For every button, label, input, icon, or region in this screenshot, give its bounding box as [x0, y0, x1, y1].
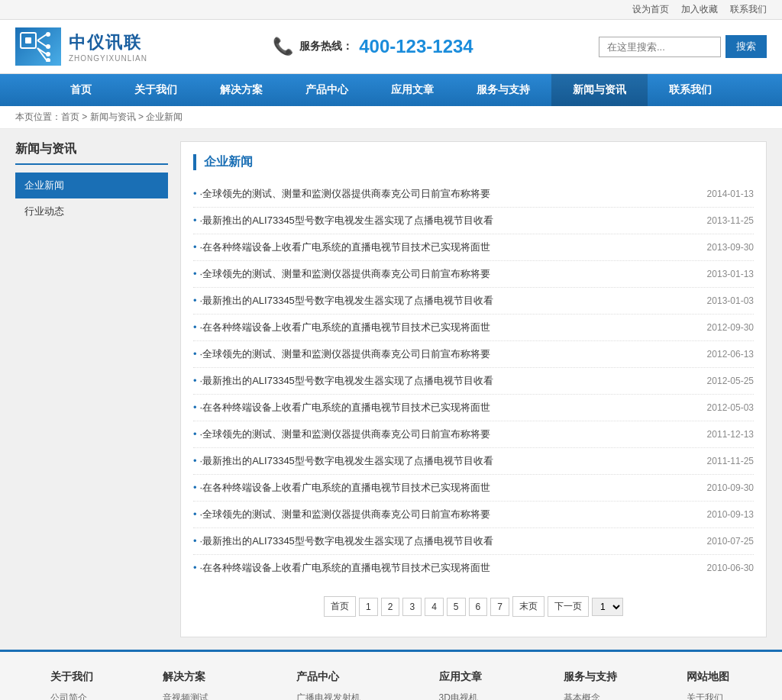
news-link[interactable]: ·最新推出的ALI73345型号数字电视发生器实现了点播电视节目收看: [193, 214, 493, 227]
nav-item-首页[interactable]: 首页: [49, 74, 113, 106]
news-item: ·最新推出的ALI73345型号数字电视发生器实现了点播电视节目收看2012-0…: [193, 368, 754, 395]
news-link[interactable]: ·最新推出的ALI73345型号数字电视发生器实现了点播电视节目收看: [193, 294, 493, 308]
footer-link[interactable]: 关于我们: [687, 692, 723, 700]
news-date: 2012-05-25: [707, 376, 754, 386]
hotline-label: 服务热线：: [299, 40, 353, 53]
pagination-page-5[interactable]: 5: [447, 598, 466, 616]
footer-col-title: 服务与支持: [564, 670, 617, 684]
footer-col: 关于我们公司简介公司愿景企业文化合作伙伴典型客户: [50, 670, 93, 700]
footer-col-title: 解决方案: [163, 670, 227, 684]
top-bar: 设为首页 加入收藏 联系我们: [0, 0, 782, 20]
nav-item-服务与支持[interactable]: 服务与支持: [455, 74, 551, 106]
nav-item-联系我们[interactable]: 联系我们: [648, 74, 733, 106]
search-input[interactable]: [599, 37, 721, 57]
news-link[interactable]: ·最新推出的ALI73345型号数字电视发生器实现了点播电视节目收看: [193, 374, 493, 388]
news-link[interactable]: ·全球领先的测试、测量和监测仪器提供商泰克公司日前宣布称将要: [193, 187, 490, 201]
footer-col: 服务与支持基本概念资料下载常见问题: [564, 670, 617, 700]
news-date: 2010-06-30: [707, 563, 754, 573]
content-title: 企业新闻: [193, 154, 754, 170]
news-date: 2010-09-13: [707, 509, 754, 520]
sidebar-item-行业动态[interactable]: 行业动态: [15, 198, 168, 224]
pagination-page-2[interactable]: 2: [381, 598, 400, 616]
pagination-page-1[interactable]: 1: [359, 598, 378, 616]
news-link[interactable]: ·在各种终端设备上收看广电系统的直播电视节目技术已实现将面世: [193, 321, 490, 334]
news-link[interactable]: ·全球领先的测试、测量和监测仪器提供商泰克公司日前宣布称将要: [193, 427, 490, 441]
nav-item-产品中心[interactable]: 产品中心: [284, 74, 370, 106]
news-link[interactable]: ·在各种终端设备上收看广电系统的直播电视节目技术已实现将面世: [193, 561, 490, 575]
footer-col: 网站地图关于我们解决方案产品中心应用文章服务与支持: [687, 670, 732, 700]
content-area: 企业新闻 ·全球领先的测试、测量和监测仪器提供商泰克公司日前宣布称将要2014-…: [180, 141, 767, 637]
news-link[interactable]: ·全球领先的测试、测量和监测仪器提供商泰克公司日前宣布称将要: [193, 508, 490, 521]
header: 中仪讯联 ZHONGYIXUNLIAN 📞 服务热线： 400-123-1234…: [0, 20, 782, 74]
breadcrumb: 本页位置：首页 > 新闻与资讯 > 企业新闻: [0, 106, 782, 129]
logo-icon: [15, 27, 61, 66]
pagination-page-6[interactable]: 6: [469, 598, 488, 616]
hotline-number: 400-123-1234: [359, 36, 473, 57]
news-item: ·在各种终端设备上收看广电系统的直播电视节目技术已实现将面世2010-06-30: [193, 555, 754, 581]
contact-us-link[interactable]: 联系我们: [730, 3, 767, 16]
main-nav: 首页关于我们解决方案产品中心应用文章服务与支持新闻与资讯联系我们: [0, 74, 782, 106]
svg-line-3: [37, 40, 47, 47]
phone-icon: 📞: [273, 37, 293, 56]
pagination-page-3[interactable]: 3: [402, 598, 422, 616]
nav-item-解决方案[interactable]: 解决方案: [199, 74, 284, 106]
footer-link[interactable]: 基本概念: [564, 692, 600, 700]
sidebar-item-企业新闻[interactable]: 企业新闻: [15, 173, 168, 198]
pagination-last[interactable]: 末页: [512, 596, 544, 617]
logo-area: 中仪讯联 ZHONGYIXUNLIAN: [15, 27, 147, 66]
nav-item-新闻与资讯[interactable]: 新闻与资讯: [551, 74, 648, 106]
svg-rect-1: [25, 37, 31, 44]
news-date: 2011-11-25: [707, 456, 754, 466]
news-link[interactable]: ·最新推出的ALI73345型号数字电视发生器实现了点播电视节目收看: [193, 454, 493, 468]
footer-link[interactable]: 音视频测试: [163, 692, 208, 700]
news-date: 2010-07-25: [707, 536, 754, 547]
news-item: ·全球领先的测试、测量和监测仪器提供商泰克公司日前宣布称将要2011-12-13: [193, 421, 754, 448]
news-link[interactable]: ·在各种终端设备上收看广电系统的直播电视节目技术已实现将面世: [193, 481, 490, 495]
news-link[interactable]: ·全球领先的测试、测量和监测仪器提供商泰克公司日前宣布称将要: [193, 347, 490, 361]
sidebar-menu: 企业新闻行业动态: [15, 173, 168, 224]
footer-col-title: 网站地图: [687, 670, 732, 684]
news-date: 2013-01-13: [707, 269, 754, 279]
pagination-select[interactable]: 1: [592, 598, 623, 616]
footer-link[interactable]: 3D电视机: [439, 692, 478, 700]
news-item: ·在各种终端设备上收看广电系统的直播电视节目技术已实现将面世2012-05-03: [193, 395, 754, 421]
news-link[interactable]: ·最新推出的ALI73345型号数字电视发生器实现了点播电视节目收看: [193, 534, 493, 548]
set-homepage-link[interactable]: 设为首页: [632, 3, 669, 16]
footer-col-title: 应用文章: [439, 670, 494, 684]
pagination-next[interactable]: 下一页: [548, 596, 589, 617]
logo-text: 中仪讯联 ZHONGYIXUNLIAN: [69, 31, 147, 63]
footer-cols: 关于我们公司简介公司愿景企业文化合作伙伴典型客户解决方案音视频测试车载与移动测试…: [15, 670, 767, 700]
pagination-page-4[interactable]: 4: [425, 598, 444, 616]
footer-link[interactable]: 公司简介: [50, 692, 87, 700]
footer: 关于我们公司简介公司愿景企业文化合作伙伴典型客户解决方案音视频测试车载与移动测试…: [0, 650, 782, 700]
news-date: 2010-09-30: [707, 482, 754, 493]
search-button[interactable]: 搜索: [725, 35, 767, 58]
pagination-first[interactable]: 首页: [324, 596, 356, 617]
nav-item-应用文章[interactable]: 应用文章: [370, 74, 455, 106]
news-item: ·最新推出的ALI73345型号数字电视发生器实现了点播电视节目收看2013-1…: [193, 208, 754, 234]
news-date: 2013-11-25: [707, 215, 754, 226]
news-link[interactable]: ·全球领先的测试、测量和监测仪器提供商泰克公司日前宣布称将要: [193, 267, 490, 281]
news-link[interactable]: ·在各种终端设备上收看广电系统的直播电视节目技术已实现将面世: [193, 401, 490, 415]
news-item: ·最新推出的ALI73345型号数字电视发生器实现了点播电视节目收看2011-1…: [193, 448, 754, 475]
news-link[interactable]: ·在各种终端设备上收看广电系统的直播电视节目技术已实现将面世: [193, 240, 490, 254]
sidebar: 新闻与资讯 企业新闻行业动态: [15, 141, 168, 637]
logo-svg: [19, 31, 57, 62]
sidebar-title: 新闻与资讯: [15, 141, 168, 165]
news-date: 2011-12-13: [707, 429, 754, 440]
svg-point-9: [46, 58, 50, 62]
breadcrumb-text: 本页位置：首页 > 新闻与资讯 > 企业新闻: [15, 111, 183, 122]
footer-col-title: 关于我们: [50, 670, 93, 684]
pagination-page-7[interactable]: 7: [490, 598, 509, 616]
news-item: ·在各种终端设备上收看广电系统的直播电视节目技术已实现将面世2012-09-30: [193, 315, 754, 341]
nav-item-关于我们[interactable]: 关于我们: [113, 74, 199, 106]
news-date: 2013-09-30: [707, 242, 754, 253]
add-favorites-link[interactable]: 加入收藏: [681, 3, 718, 16]
footer-col-title: 产品中心: [296, 670, 370, 684]
hotline-area: 📞 服务热线： 400-123-1234: [273, 36, 473, 57]
news-item: ·全球领先的测试、测量和监测仪器提供商泰克公司日前宣布称将要2012-06-13: [193, 341, 754, 368]
main-content: 新闻与资讯 企业新闻行业动态 企业新闻 ·全球领先的测试、测量和监测仪器提供商泰…: [0, 129, 782, 650]
logo-en: ZHONGYIXUNLIAN: [69, 54, 147, 63]
news-date: 2014-01-13: [707, 189, 754, 199]
footer-link[interactable]: 广播电视发射机: [296, 692, 360, 700]
